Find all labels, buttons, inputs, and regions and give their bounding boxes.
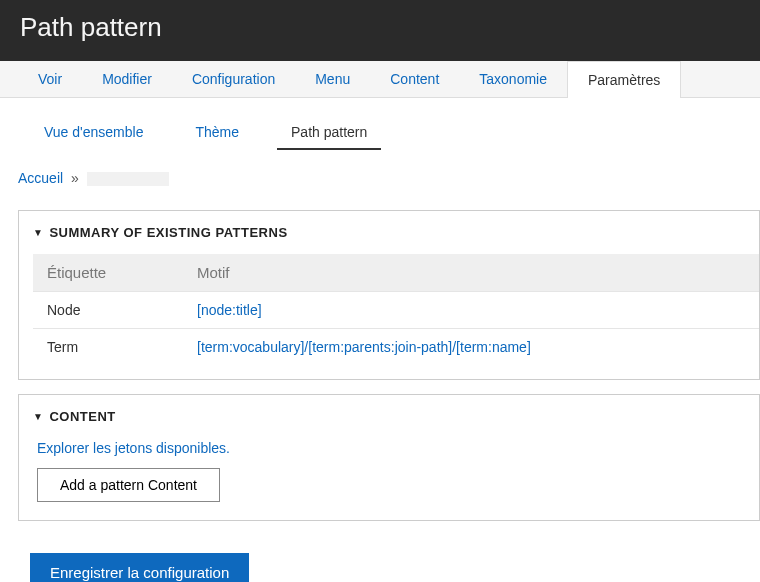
th-etiquette: Étiquette: [33, 254, 183, 292]
cell-etiquette: Term: [33, 329, 183, 366]
tab-parametres[interactable]: Paramètres: [567, 61, 681, 98]
content-title: CONTENT: [49, 409, 115, 424]
summary-body: Étiquette Motif Node [node:title] Term […: [19, 254, 759, 379]
topbar: Path pattern: [0, 0, 760, 61]
secondary-tabs: Vue d'ensemble Thème Path pattern: [0, 98, 760, 150]
page-title: Path pattern: [20, 12, 740, 43]
add-pattern-button[interactable]: Add a pattern Content: [37, 468, 220, 502]
th-motif: Motif: [183, 254, 759, 292]
tokens-link[interactable]: Explorer les jetons disponibles.: [19, 438, 759, 468]
breadcrumb-home[interactable]: Accueil: [18, 170, 63, 186]
cell-motif: [node:title]: [183, 292, 759, 329]
content-fieldset: ▼ CONTENT Explorer les jetons disponible…: [18, 394, 760, 521]
summary-title: SUMMARY OF EXISTING PATTERNS: [49, 225, 287, 240]
subtab-path-pattern[interactable]: Path pattern: [277, 116, 381, 150]
summary-table: Étiquette Motif Node [node:title] Term […: [33, 254, 759, 365]
content-body: Explorer les jetons disponibles. Add a p…: [19, 438, 759, 520]
table-row: Term [term:vocabulary]/[term:parents:joi…: [33, 329, 759, 366]
breadcrumb-placeholder: [87, 172, 169, 186]
save-button[interactable]: Enregistrer la configuration: [30, 553, 249, 582]
subtab-theme[interactable]: Thème: [181, 116, 253, 150]
cell-motif: [term:vocabulary]/[term:parents:join-pat…: [183, 329, 759, 366]
tab-modifier[interactable]: Modifier: [82, 61, 172, 97]
tab-taxonomie[interactable]: Taxonomie: [459, 61, 567, 97]
triangle-down-icon: ▼: [33, 227, 43, 238]
breadcrumb: Accueil »: [0, 150, 760, 196]
breadcrumb-sep: »: [71, 170, 79, 186]
primary-tabs: Voir Modifier Configuration Menu Content…: [0, 61, 760, 98]
summary-fieldset: ▼ SUMMARY OF EXISTING PATTERNS Étiquette…: [18, 210, 760, 380]
content-legend[interactable]: ▼ CONTENT: [19, 395, 759, 438]
tab-voir[interactable]: Voir: [18, 61, 82, 97]
table-row: Node [node:title]: [33, 292, 759, 329]
tab-content[interactable]: Content: [370, 61, 459, 97]
triangle-down-icon: ▼: [33, 411, 43, 422]
subtab-vue-ensemble[interactable]: Vue d'ensemble: [30, 116, 157, 150]
summary-legend[interactable]: ▼ SUMMARY OF EXISTING PATTERNS: [19, 211, 759, 254]
tab-menu[interactable]: Menu: [295, 61, 370, 97]
cell-etiquette: Node: [33, 292, 183, 329]
tab-configuration[interactable]: Configuration: [172, 61, 295, 97]
